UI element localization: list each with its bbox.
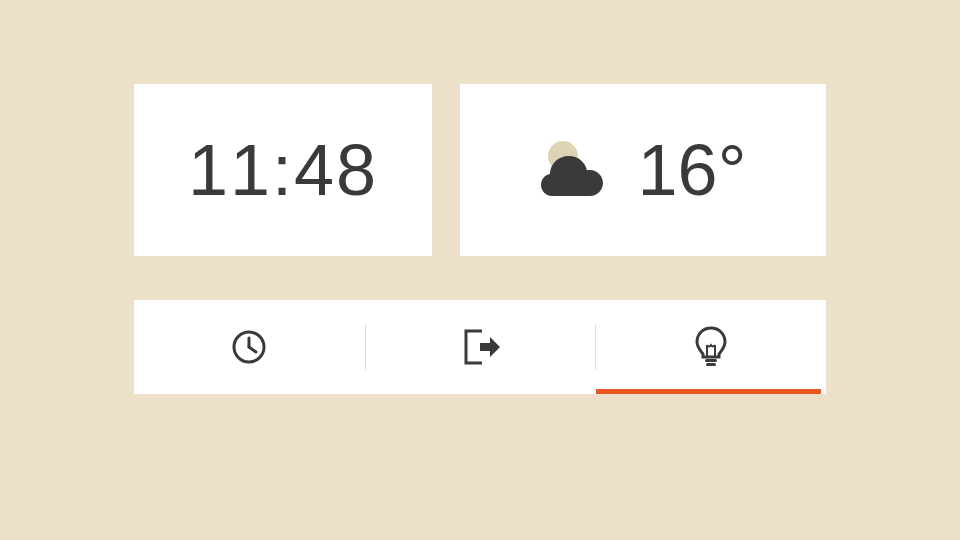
weather-icon (540, 140, 610, 200)
lightbulb-icon (694, 325, 728, 369)
svg-line-2 (249, 347, 256, 352)
widget-row: 11:48 16° (134, 84, 826, 256)
svg-rect-6 (706, 363, 716, 366)
launcher-item-ideas[interactable] (595, 300, 826, 394)
clock-icon (229, 327, 269, 367)
cloud-icon (540, 152, 606, 196)
weather-widget[interactable]: 16° (460, 84, 826, 256)
launcher-bar (134, 300, 826, 394)
exit-icon (458, 325, 502, 369)
launcher-item-clock[interactable] (134, 300, 365, 394)
svg-rect-5 (705, 359, 717, 362)
launcher-item-leave[interactable] (365, 300, 596, 394)
time-value: 11:48 (188, 129, 378, 211)
time-widget[interactable]: 11:48 (134, 84, 432, 256)
active-tab-indicator (596, 389, 821, 394)
temperature-value: 16° (638, 129, 747, 211)
dashboard: 11:48 16° (0, 0, 960, 394)
